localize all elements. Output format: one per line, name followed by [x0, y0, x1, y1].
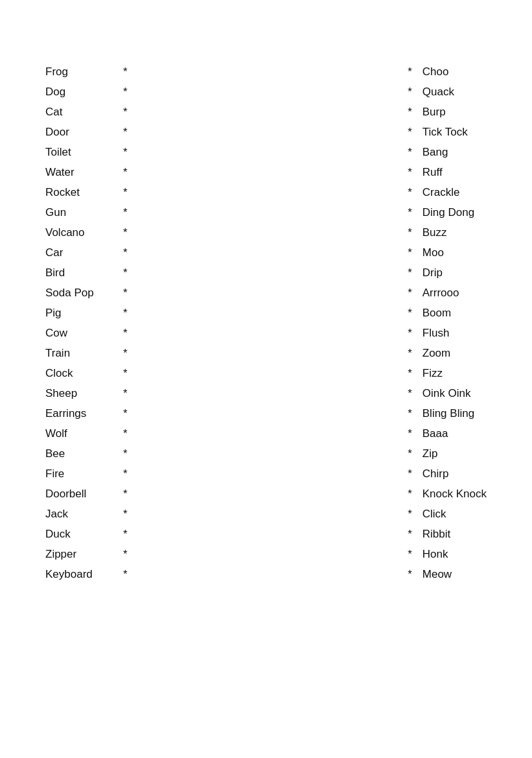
left-word: Keyboard	[45, 564, 117, 584]
list-item: Water*	[45, 162, 128, 182]
list-item: Rocket*	[45, 182, 128, 202]
right-word: Chirp	[422, 464, 449, 484]
list-item: *Arrrooo	[408, 283, 487, 303]
list-item: Doorbell*	[45, 484, 128, 504]
left-word: Volcano	[45, 222, 117, 243]
left-star: *	[123, 162, 128, 182]
left-star: *	[123, 122, 128, 142]
list-item: Jack*	[45, 504, 128, 524]
list-item: *Moo	[408, 243, 487, 263]
list-item: Toilet*	[45, 142, 128, 162]
right-star: *	[408, 82, 412, 102]
right-word: Honk	[422, 544, 448, 564]
right-word: Arrrooo	[422, 283, 459, 303]
list-item: *Oink Oink	[408, 383, 487, 403]
left-star: *	[123, 182, 128, 202]
list-item: *Click	[408, 504, 487, 524]
list-item: Pig*	[45, 303, 128, 323]
list-item: *Fizz	[408, 363, 487, 383]
right-star: *	[408, 343, 412, 363]
right-star: *	[408, 464, 412, 484]
right-word: Burp	[422, 102, 446, 122]
left-word: Doorbell	[45, 484, 117, 504]
left-word: Toilet	[45, 142, 117, 162]
left-word: Car	[45, 243, 117, 263]
right-word: Meow	[422, 564, 452, 584]
left-word: Cow	[45, 323, 117, 343]
list-item: Train*	[45, 343, 128, 363]
list-item: Cat*	[45, 102, 128, 122]
left-word: Fire	[45, 464, 117, 484]
right-star: *	[408, 323, 412, 343]
left-word: Jack	[45, 504, 117, 524]
right-star: *	[408, 363, 412, 383]
list-item: *Meow	[408, 564, 487, 584]
list-item: Zipper*	[45, 544, 128, 564]
list-item: Gun*	[45, 202, 128, 222]
right-word: Ribbit	[422, 524, 450, 544]
right-star: *	[408, 62, 412, 82]
list-item: *Zoom	[408, 343, 487, 363]
list-item: *Bang	[408, 142, 487, 162]
left-star: *	[123, 202, 128, 222]
right-star: *	[408, 544, 412, 564]
right-star: *	[408, 524, 412, 544]
left-word: Frog	[45, 62, 117, 82]
right-column: *Choo*Quack*Burp*Tick Tock*Bang*Ruff*Cra…	[408, 62, 487, 584]
right-word: Choo	[422, 62, 449, 82]
left-word: Cat	[45, 102, 117, 122]
right-word: Tick Tock	[422, 122, 468, 142]
list-item: *Ding Dong	[408, 202, 487, 222]
left-star: *	[123, 142, 128, 162]
right-word: Quack	[422, 82, 454, 102]
right-word: Ruff	[422, 162, 443, 182]
list-item: Keyboard*	[45, 564, 128, 584]
list-item: Wolf*	[45, 423, 128, 444]
right-star: *	[408, 243, 412, 263]
left-word: Gun	[45, 202, 117, 222]
left-word: Zipper	[45, 544, 117, 564]
left-star: *	[123, 222, 128, 243]
right-star: *	[408, 564, 412, 584]
right-word: Oink Oink	[422, 383, 471, 403]
right-word: Flush	[422, 323, 450, 343]
list-item: *Burp	[408, 102, 487, 122]
left-star: *	[123, 263, 128, 283]
left-star: *	[123, 564, 128, 584]
list-item: Car*	[45, 243, 128, 263]
list-item: *Zip	[408, 444, 487, 464]
list-item: Cow*	[45, 323, 128, 343]
left-star: *	[123, 544, 128, 564]
right-word: Ding Dong	[422, 202, 474, 222]
right-star: *	[408, 202, 412, 222]
left-column: Frog*Dog*Cat*Door*Toilet*Water*Rocket*Gu…	[45, 62, 128, 584]
left-word: Rocket	[45, 182, 117, 202]
left-word: Door	[45, 122, 117, 142]
list-item: Bee*	[45, 444, 128, 464]
left-star: *	[123, 403, 128, 423]
list-item: *Tick Tock	[408, 122, 487, 142]
list-item: Volcano*	[45, 222, 128, 243]
list-item: *Choo	[408, 62, 487, 82]
left-star: *	[123, 524, 128, 544]
right-word: Zoom	[422, 343, 450, 363]
right-star: *	[408, 162, 412, 182]
list-item: Door*	[45, 122, 128, 142]
left-star: *	[123, 504, 128, 524]
left-star: *	[123, 82, 128, 102]
right-star: *	[408, 303, 412, 323]
left-word: Earrings	[45, 403, 117, 423]
left-word: Pig	[45, 303, 117, 323]
list-item: *Flush	[408, 323, 487, 343]
list-item: *Ribbit	[408, 524, 487, 544]
list-item: Dog*	[45, 82, 128, 102]
left-word: Train	[45, 343, 117, 363]
left-star: *	[123, 303, 128, 323]
right-star: *	[408, 122, 412, 142]
list-item: Sheep*	[45, 383, 128, 403]
right-word: Fizz	[422, 363, 443, 383]
left-star: *	[123, 283, 128, 303]
right-star: *	[408, 182, 412, 202]
left-word: Duck	[45, 524, 117, 544]
list-item: Soda Pop*	[45, 283, 128, 303]
